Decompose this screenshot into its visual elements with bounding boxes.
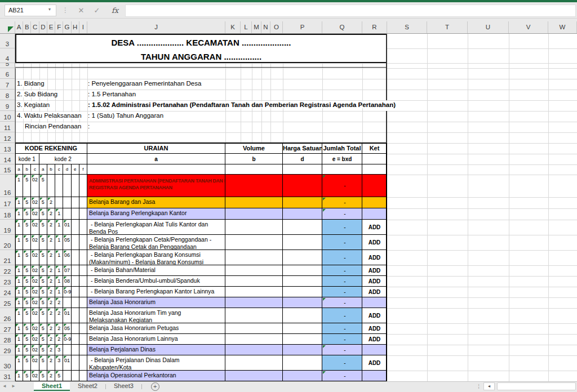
- cell-r22-jumlah[interactable]: -: [322, 265, 362, 276]
- info-label-bidang[interactable]: 1. Bidang: [17, 80, 45, 87]
- horizontal-scrollbar[interactable]: ⁞ ◄: [478, 382, 577, 391]
- cell-r18-code8[interactable]: [72, 208, 79, 220]
- code-letter-8[interactable]: f: [79, 164, 87, 175]
- column-header-D[interactable]: D: [39, 21, 47, 33]
- column-header-W[interactable]: W: [548, 21, 577, 33]
- row-header-18[interactable]: 18: [0, 208, 15, 220]
- info-value-rincian[interactable]: :: [88, 123, 91, 130]
- cell-r28-harga[interactable]: [283, 334, 322, 345]
- cell-r27-harga[interactable]: [283, 323, 322, 334]
- tab-sheet3[interactable]: Sheet3: [106, 382, 141, 391]
- column-header-H[interactable]: H: [72, 21, 79, 33]
- column-header-O[interactable]: O: [270, 21, 283, 33]
- cell-r18-uraian[interactable]: Belanja Barang Perlengkapan Kantor: [87, 208, 225, 220]
- cell-r30-jumlah[interactable]: -: [322, 355, 362, 371]
- cell-r28-jumlah[interactable]: -: [322, 334, 362, 345]
- cell-r20-code9[interactable]: [79, 235, 87, 250]
- code-letter-4[interactable]: b: [47, 164, 55, 175]
- cell-r29-jumlah[interactable]: -: [322, 345, 362, 355]
- cell-r27-code9[interactable]: [79, 323, 87, 334]
- cell-r25-jumlah[interactable]: -: [322, 297, 362, 308]
- cell-r17-uraian[interactable]: Belanja Barang dan Jasa: [87, 197, 225, 208]
- cell-r30-code8[interactable]: [72, 355, 79, 371]
- column-header-S[interactable]: S: [387, 21, 427, 33]
- row-header-24[interactable]: 24: [0, 287, 15, 297]
- cell-r16-code9[interactable]: [79, 175, 87, 197]
- info-value-waktu[interactable]: : 1 (Satu) Tahun Anggaran: [88, 112, 165, 119]
- subheader-a[interactable]: a: [87, 154, 225, 164]
- row-header-11[interactable]: 11: [0, 122, 15, 132]
- row-header-7[interactable]: 7: [0, 79, 15, 90]
- row-header-8[interactable]: 8: [0, 90, 15, 100]
- column-header-E[interactable]: E: [47, 21, 55, 33]
- row-header-30[interactable]: 30: [0, 355, 15, 371]
- cell-r29-ket[interactable]: [362, 345, 387, 355]
- column-header-L[interactable]: L: [241, 21, 252, 33]
- info-label-waktu[interactable]: 4. Waktu Pelaksanaan: [17, 112, 82, 119]
- cell-r25-harga[interactable]: [283, 297, 322, 308]
- cell-r23-ket[interactable]: ADD: [362, 276, 387, 287]
- row-header-14[interactable]: 14: [0, 154, 15, 164]
- cell-r29-volume[interactable]: [225, 345, 283, 355]
- cell-r16-code7[interactable]: [63, 175, 71, 197]
- cell-r21-code9[interactable]: [79, 250, 87, 265]
- cell-r27-jumlah[interactable]: -: [322, 323, 362, 334]
- tab-nav-right-icon[interactable]: ►: [9, 382, 18, 391]
- cell-r18-ket[interactable]: [362, 208, 387, 220]
- cell-r22-volume[interactable]: [225, 265, 283, 276]
- cell-r31-jumlah[interactable]: -: [322, 371, 362, 381]
- cell-r20-jumlah[interactable]: -: [322, 235, 362, 250]
- cell-r26-jumlah[interactable]: -: [322, 308, 362, 323]
- cell-r31-code8[interactable]: [72, 371, 79, 381]
- cell-r26-harga[interactable]: [283, 308, 322, 323]
- column-header-R[interactable]: R: [362, 21, 387, 33]
- cell-r22-code9[interactable]: [79, 265, 87, 276]
- cell-r25-code8[interactable]: [72, 297, 79, 308]
- subheader-kode1[interactable]: kode 1: [15, 154, 39, 164]
- insert-function-icon[interactable]: fx: [109, 6, 121, 16]
- cell-r31-volume[interactable]: [225, 371, 283, 381]
- cell-r30-volume[interactable]: [225, 355, 283, 371]
- row-header-3[interactable]: 3: [0, 34, 15, 48]
- cell-r31-code7[interactable]: [63, 371, 71, 381]
- tab-nav-left-icon[interactable]: ◄: [0, 382, 9, 391]
- header-jumlah-total[interactable]: Jumlah Total: [322, 143, 362, 154]
- column-header-G[interactable]: G: [63, 21, 71, 33]
- cell-r29-code8[interactable]: [72, 345, 79, 355]
- cell-r24-jumlah[interactable]: -: [322, 287, 362, 297]
- row-header-17[interactable]: 17: [0, 197, 15, 208]
- cell-r28-code9[interactable]: [79, 334, 87, 345]
- add-sheet-button[interactable]: +: [151, 382, 159, 391]
- cell-r18-volume[interactable]: [225, 208, 283, 220]
- tab-sheet2[interactable]: Sheet2: [70, 382, 105, 391]
- cell-r16-code8[interactable]: [72, 175, 79, 197]
- info-value-kegiatan[interactable]: : 1.5.02 Administrasi Pertanahan (Pendaf…: [88, 101, 397, 108]
- cell-r19-volume[interactable]: [225, 220, 283, 235]
- cell-r20-code8[interactable]: [72, 235, 79, 250]
- row-header-25[interactable]: 25: [0, 297, 15, 308]
- cell-r30-uraian[interactable]: - Belanja Perjalanan Dinas Dalam Kabupat…: [87, 355, 225, 371]
- info-value-sub-bidang[interactable]: : 1.5 Pertanahan: [88, 91, 137, 97]
- cell-r23-code9[interactable]: [79, 276, 87, 287]
- cell-r20-volume[interactable]: [225, 235, 283, 250]
- scrollbar-thumb[interactable]: [497, 382, 576, 390]
- row-header-4[interactable]: 4: [0, 48, 15, 63]
- subheader-e[interactable]: e = bxd: [322, 154, 362, 164]
- cell-r16-code1[interactable]: 1: [15, 175, 23, 197]
- header-empty-2[interactable]: [283, 164, 322, 175]
- cell-r17-code8[interactable]: [72, 197, 79, 208]
- cell-r17-harga[interactable]: [283, 197, 322, 208]
- cell-r29-harga[interactable]: [283, 345, 322, 355]
- code-letter-0[interactable]: a: [15, 164, 23, 175]
- cell-r26-code9[interactable]: [79, 308, 87, 323]
- column-header-A[interactable]: A: [15, 21, 23, 33]
- column-header-I[interactable]: I: [79, 21, 87, 33]
- cell-r18-code9[interactable]: [79, 208, 87, 220]
- cell-r23-uraian[interactable]: - Belanja Bendera/Umbul-umbul/Spanduk: [87, 276, 225, 287]
- cell-r28-uraian[interactable]: Belanja Jasa Honorarium Lainnya: [87, 334, 225, 345]
- cell-r19-uraian[interactable]: - Belanja Perlengkapan Alat Tulis Kantor…: [87, 220, 225, 235]
- row-header-29[interactable]: 29: [0, 345, 15, 355]
- cell-r16-volume[interactable]: [225, 175, 283, 197]
- cell-r19-harga[interactable]: [283, 220, 322, 235]
- cell-r20-ket[interactable]: ADD: [362, 235, 387, 250]
